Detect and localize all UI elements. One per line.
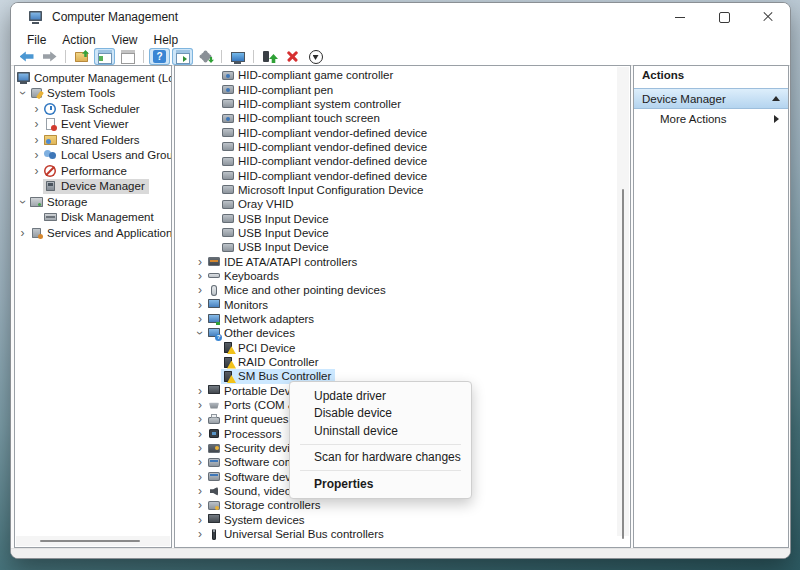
- device-item-content[interactable]: HID-compliant vendor-defined device: [221, 125, 431, 139]
- device-item-content[interactable]: HID-compliant vendor-defined device: [221, 140, 431, 154]
- device-item-content[interactable]: PCI Device: [221, 341, 300, 355]
- console-tree-icon[interactable]: [94, 48, 115, 65]
- context-menu-entry[interactable]: Scan for hardware changes: [290, 449, 471, 467]
- chevron-icon[interactable]: [193, 427, 207, 441]
- chevron-icon[interactable]: [193, 441, 207, 455]
- forward-icon[interactable]: [39, 48, 60, 65]
- context-menu-entry[interactable]: Disable device: [290, 405, 471, 423]
- device-item[interactable]: IDE ATA/ATAPI controllers: [175, 254, 630, 268]
- scrollbar-thumb[interactable]: [40, 540, 140, 542]
- device-item-content[interactable]: HID-compliant touch screen: [221, 111, 384, 125]
- device-item-content[interactable]: Processors: [207, 427, 286, 441]
- device-item-content[interactable]: HID-compliant game controller: [221, 68, 397, 82]
- scan-hardware-icon[interactable]: [227, 48, 248, 65]
- chevron-icon[interactable]: [193, 298, 207, 312]
- device-item-content[interactable]: System devices: [207, 513, 309, 527]
- device-item-content[interactable]: Print queues: [207, 412, 293, 426]
- tree-item-content[interactable]: System Tools: [29, 86, 119, 102]
- chevron-icon[interactable]: [193, 326, 207, 340]
- device-item[interactable]: Microsoft Input Configuration Device: [175, 183, 630, 197]
- chevron-icon[interactable]: [30, 133, 43, 147]
- vertical-scrollbar[interactable]: [617, 67, 629, 536]
- tree-item[interactable]: Disk Management: [15, 210, 171, 226]
- properties-window-icon[interactable]: [117, 48, 138, 65]
- device-item[interactable]: Storage controllers: [175, 498, 630, 512]
- chevron-icon[interactable]: [193, 398, 207, 412]
- horizontal-scrollbar[interactable]: [16, 536, 170, 546]
- device-item-content[interactable]: Keyboards: [207, 269, 283, 283]
- tree-item-content[interactable]: Performance: [43, 163, 131, 179]
- title-bar[interactable]: Computer Management: [11, 3, 790, 31]
- uninstall-device-icon[interactable]: [282, 48, 303, 65]
- device-item[interactable]: USB Input Device: [175, 211, 630, 225]
- tree-item-content[interactable]: Disk Management: [43, 210, 158, 226]
- context-menu-entry[interactable]: Update driver: [290, 387, 471, 405]
- chevron-icon[interactable]: [193, 455, 207, 469]
- device-item[interactable]: System devices: [175, 513, 630, 527]
- device-item-content[interactable]: USB Input Device: [221, 211, 333, 225]
- toolbar-separator[interactable]: [143, 50, 144, 63]
- close-icon[interactable]: [746, 3, 790, 31]
- tree-item-content[interactable]: Device Manager: [43, 179, 149, 195]
- context-menu-entry[interactable]: Uninstall device: [290, 422, 471, 440]
- chevron-icon[interactable]: [30, 148, 43, 162]
- device-item-content[interactable]: Monitors: [207, 298, 272, 312]
- maximize-icon[interactable]: [702, 3, 746, 31]
- tree-item[interactable]: System Tools: [15, 86, 171, 102]
- device-item-content[interactable]: Network adapters: [207, 312, 318, 326]
- tree-item[interactable]: Storage: [15, 194, 171, 210]
- device-item[interactable]: PCI Device: [175, 341, 630, 355]
- toolbar-separator[interactable]: [253, 50, 254, 63]
- device-item-content[interactable]: USB Input Device: [221, 240, 333, 254]
- chevron-icon[interactable]: [193, 498, 207, 512]
- chevron-icon[interactable]: [30, 117, 43, 131]
- chevron-icon[interactable]: [193, 412, 207, 426]
- tree-item[interactable]: Local Users and Groups: [15, 148, 171, 164]
- chevron-icon[interactable]: [16, 226, 29, 240]
- tree-item[interactable]: Computer Management (Local: [15, 70, 171, 86]
- tree-item-content[interactable]: Task Scheduler: [43, 101, 144, 117]
- tree-item-content[interactable]: Storage: [29, 194, 91, 210]
- chevron-icon[interactable]: [193, 269, 207, 283]
- device-item-content[interactable]: RAID Controller: [221, 355, 323, 369]
- menu-item[interactable]: View: [104, 33, 146, 47]
- disable-device-icon[interactable]: [305, 48, 326, 65]
- chevron-icon[interactable]: [193, 283, 207, 297]
- device-item-content[interactable]: HID-compliant pen: [221, 82, 337, 96]
- device-item[interactable]: HID-compliant vendor-defined device: [175, 154, 630, 168]
- chevron-icon[interactable]: [193, 470, 207, 484]
- device-item[interactable]: HID-compliant vendor-defined device: [175, 125, 630, 139]
- device-item-content[interactable]: HID-compliant vendor-defined device: [221, 168, 431, 182]
- chevron-icon[interactable]: [30, 102, 43, 116]
- help-icon[interactable]: [149, 48, 170, 65]
- export-list-icon[interactable]: [195, 48, 216, 65]
- more-actions-item[interactable]: More Actions: [634, 109, 788, 128]
- menu-item[interactable]: Action: [54, 33, 103, 47]
- device-item[interactable]: Oray VHID: [175, 197, 630, 211]
- device-item-content[interactable]: Other devices: [207, 326, 299, 340]
- chevron-icon[interactable]: [193, 484, 207, 498]
- toolbar-separator[interactable]: [65, 50, 66, 63]
- device-item-content[interactable]: Storage controllers: [207, 498, 325, 512]
- update-driver-icon[interactable]: [259, 48, 280, 65]
- menu-item[interactable]: File: [19, 33, 54, 47]
- device-item[interactable]: Keyboards: [175, 269, 630, 283]
- device-item[interactable]: HID-compliant touch screen: [175, 111, 630, 125]
- back-icon[interactable]: [16, 48, 37, 65]
- actions-group-device-manager[interactable]: Device Manager: [634, 88, 788, 109]
- chevron-icon[interactable]: [193, 255, 207, 269]
- collapse-icon[interactable]: [772, 96, 780, 101]
- tree-item-content[interactable]: Event Viewer: [43, 117, 133, 133]
- device-item[interactable]: Network adapters: [175, 312, 630, 326]
- device-item-content[interactable]: Microsoft Input Configuration Device: [221, 183, 427, 197]
- tree-item[interactable]: Task Scheduler: [15, 101, 171, 117]
- device-item[interactable]: RAID Controller: [175, 355, 630, 369]
- device-item-content[interactable]: HID-compliant vendor-defined device: [221, 154, 431, 168]
- device-item[interactable]: HID-compliant pen: [175, 82, 630, 96]
- device-item[interactable]: HID-compliant vendor-defined device: [175, 140, 630, 154]
- context-menu-entry[interactable]: Properties: [290, 475, 471, 493]
- device-item[interactable]: Monitors: [175, 298, 630, 312]
- chevron-icon[interactable]: [16, 86, 29, 100]
- action-pane-icon[interactable]: [172, 48, 193, 65]
- tree-item-content[interactable]: Services and Applications: [29, 225, 172, 241]
